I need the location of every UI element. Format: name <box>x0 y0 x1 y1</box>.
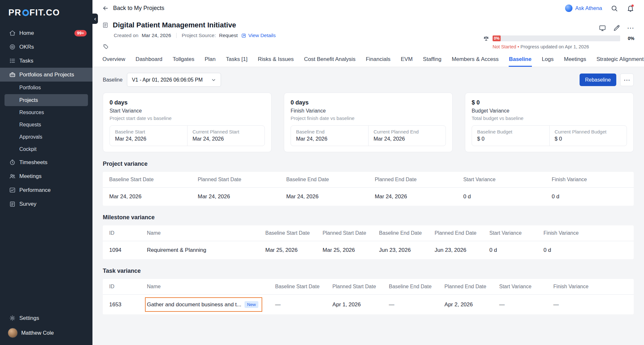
sidebar-subitem-label: Projects <box>19 97 38 103</box>
cell-baseline-start: — <box>269 295 326 315</box>
cell-finish-variance: — <box>547 295 634 315</box>
column-header: Finish Variance <box>545 172 634 188</box>
tag-icon[interactable] <box>103 44 109 50</box>
tab-cost-benefit-analysis[interactable]: Cost Benefit Analysis <box>304 55 356 67</box>
sidebar-subitem-approvals[interactable]: Approvals <box>0 131 92 143</box>
sidebar-subitem-label: Requests <box>19 122 41 128</box>
progress-percent: 0% <box>623 36 634 41</box>
sidebar-subitem-cockpit[interactable]: Cockpit <box>0 143 92 155</box>
briefcase-icon <box>9 71 16 78</box>
table-row[interactable]: 1653 Gather and document business and t.… <box>103 295 634 315</box>
cell-start-variance: — <box>493 295 547 315</box>
cell-planned-start: Mar 24, 2026 <box>191 188 280 206</box>
tab-risks-issues[interactable]: Risks & Issues <box>257 55 294 67</box>
card-right-detail: Current Planned Start Mar 24, 2026 <box>187 126 265 146</box>
sidebar-subitem-label: Cockpit <box>19 146 36 152</box>
sidebar-item-performance[interactable]: Performance <box>0 183 92 197</box>
sidebar-subitem-requests[interactable]: Requests <box>0 119 92 131</box>
search-button[interactable] <box>610 5 618 12</box>
sidebar-item-timesheets[interactable]: Timesheets <box>0 155 92 169</box>
cell-baseline-end: — <box>382 295 438 315</box>
created-date: Mar 24, 2026 <box>142 33 171 38</box>
detail-label: Baseline Budget <box>477 129 544 134</box>
cell-planned-start: Apr 1, 2026 <box>326 295 382 315</box>
detail-value: Mar 24, 2026 <box>115 136 182 142</box>
tab-baseline[interactable]: Baseline <box>509 55 532 67</box>
progress-row: 0% 0% <box>483 35 634 42</box>
card-value: $ 0 <box>472 99 627 106</box>
project-variance-title: Project variance <box>103 161 634 167</box>
sidebar-item-portfolios-projects[interactable]: Portfolios and Projects <box>0 68 92 82</box>
tab-overview[interactable]: Overview <box>102 55 126 67</box>
sidebar-item-label: Meetings <box>19 173 42 180</box>
card-subtitle: Project finish date vs baseline <box>291 115 446 121</box>
sidebar-item-label: OKRs <box>19 44 34 50</box>
column-header: Start Variance <box>457 172 545 188</box>
cell-start-variance: 0 d <box>457 188 545 206</box>
app-logo[interactable]: PRFIT.CO <box>0 0 92 24</box>
tab-strategic-alignment[interactable]: Strategic Alignment <box>596 55 644 67</box>
cell-name: Requirement & Planning <box>140 241 259 260</box>
tab-staffing[interactable]: Staffing <box>423 55 442 67</box>
task-variance-title: Task variance <box>103 268 634 274</box>
user-menu[interactable]: Matthew Cole <box>0 325 92 340</box>
sidebar-item-survey[interactable]: Survey <box>0 197 92 211</box>
sidebar: PRFIT.CO Home 99+ OKRs Tasks Portfolios … <box>0 0 92 345</box>
sidebar-item-home[interactable]: Home 99+ <box>0 26 92 40</box>
sidebar-footer: Settings Matthew Cole <box>0 311 92 345</box>
cell-planned-end: Mar 24, 2026 <box>368 188 457 206</box>
table-row[interactable]: 1094 Requirement & Planning Mar 25, 2026… <box>103 241 634 260</box>
detail-label: Baseline End <box>296 129 363 134</box>
tab-tollgates[interactable]: Tollgates <box>172 55 195 67</box>
ask-athena-button[interactable]: Ask Athena <box>565 5 602 12</box>
sidebar-subitem-projects[interactable]: Projects <box>5 94 88 106</box>
sidebar-subitem-resources[interactable]: Resources <box>0 106 92 119</box>
sidebar-item-label: Tasks <box>19 58 33 64</box>
baseline-more-button[interactable]: ⋯ <box>620 74 634 86</box>
source-label: Project Source: <box>182 33 216 38</box>
header-more-button[interactable]: ⋯ <box>627 25 634 31</box>
target-icon <box>9 44 16 50</box>
tab-logs[interactable]: Logs <box>542 55 554 67</box>
detail-value: Mar 24, 2026 <box>374 136 441 142</box>
sidebar-item-settings[interactable]: Settings <box>0 311 92 325</box>
column-header: Planned Start Date <box>191 172 280 188</box>
view-details-link[interactable]: View Details <box>241 33 276 38</box>
sidebar-subitem-label: Approvals <box>19 134 42 140</box>
tab-dashboard[interactable]: Dashboard <box>135 55 163 67</box>
task-name-link[interactable]: Gather and document business and t... <box>147 301 241 308</box>
progress-block: 0% 0% Not Started • Progress updated on … <box>483 35 634 49</box>
baseline-content: Baseline V1 - Apr 01, 2026 06:06:05 PM R… <box>92 67 644 345</box>
notifications-button[interactable] <box>627 5 634 12</box>
task-list-icon <box>9 57 16 64</box>
table-row[interactable]: Mar 24, 2026 Mar 24, 2026 Mar 24, 2026 M… <box>103 188 634 206</box>
tab-meetings[interactable]: Meetings <box>564 55 587 67</box>
cell-planned-end: Jun 23, 2026 <box>428 241 483 260</box>
sidebar-subitem-label: Portfolios <box>19 85 41 91</box>
tab-evm[interactable]: EVM <box>400 55 413 67</box>
document-icon <box>102 22 109 28</box>
tab-plan[interactable]: Plan <box>204 55 216 67</box>
back-button[interactable]: Back to My Projects <box>102 5 164 12</box>
tab-financials[interactable]: Financials <box>365 55 391 67</box>
finish-variance-card: 0 days Finish Variance Project finish da… <box>284 93 453 152</box>
sidebar-item-okrs[interactable]: OKRs <box>0 40 92 54</box>
sidebar-item-tasks[interactable]: Tasks <box>0 54 92 68</box>
card-left-detail: Baseline Budget $ 0 <box>472 126 549 146</box>
card-title: Budget Variance <box>472 108 627 114</box>
sidebar-item-meetings[interactable]: Meetings <box>0 169 92 183</box>
new-badge: New <box>245 301 258 308</box>
sidebar-item-label: Performance <box>19 187 51 193</box>
monitor-button[interactable] <box>599 24 606 32</box>
edit-button[interactable] <box>613 24 620 32</box>
sidebar-item-label: Timesheets <box>19 159 47 166</box>
sidebar-subitem-portfolios[interactable]: Portfolios <box>0 82 92 94</box>
column-header: Planned Start Date <box>326 279 382 295</box>
tab-tasks[interactable]: Tasks [1] <box>226 55 248 67</box>
rebaseline-button[interactable]: Rebaseline <box>580 74 616 86</box>
tab-members-access[interactable]: Members & Access <box>451 55 499 67</box>
sidebar-collapse-button[interactable]: ‹ <box>92 14 98 24</box>
baseline-version-select[interactable]: V1 - Apr 01, 2026 06:06:05 PM <box>127 73 221 87</box>
monitor-icon <box>599 24 606 32</box>
column-header: Finish Variance <box>547 279 634 295</box>
